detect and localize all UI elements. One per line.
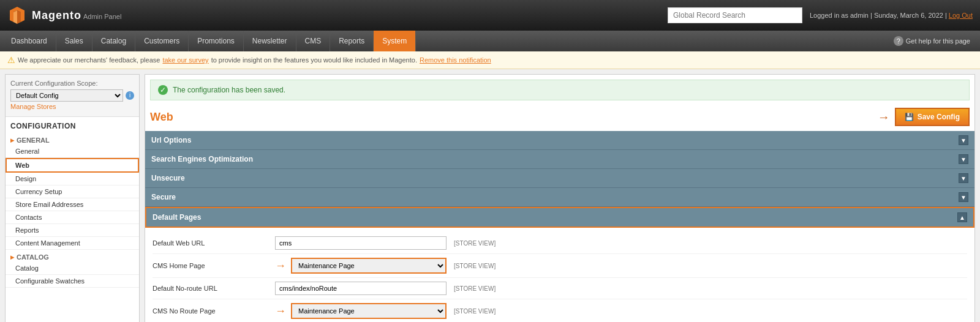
logout-link[interactable]: Log Out xyxy=(949,12,973,19)
cms-home-arrow-icon: → xyxy=(275,260,286,272)
magento-logo-icon xyxy=(7,6,27,25)
remove-notification-link[interactable]: Remove this notification xyxy=(420,56,491,64)
sidebar-item-design[interactable]: Design xyxy=(6,173,139,185)
nav-bar: Dashboard Sales Catalog Customers Promot… xyxy=(0,31,980,51)
cms-no-route-arrow-icon: → xyxy=(275,305,286,318)
default-pages-content: Default Web URL [STORE VIEW] CMS Home Pa… xyxy=(145,228,974,322)
section-default-pages-label: Default Pages xyxy=(153,213,201,222)
section-seo-label: Search Engines Optimization xyxy=(151,155,253,163)
help-page-link[interactable]: ? Get help for this page xyxy=(886,31,978,51)
section-secure-label: Secure xyxy=(151,193,176,201)
svg-marker-2 xyxy=(13,10,17,24)
sidebar: Current Configuration Scope: Default Con… xyxy=(5,74,140,322)
form-label-cms-home-page: CMS Home Page xyxy=(153,262,275,269)
survey-link[interactable]: take our survey xyxy=(162,56,208,64)
form-field-cms-no-route: → Maintenance Page Home page 404 Not Fou… xyxy=(275,303,447,319)
sidebar-item-reports[interactable]: Reports xyxy=(6,224,139,237)
section-default-pages-toggle[interactable]: ▲ xyxy=(957,212,967,222)
sidebar-group-general[interactable]: ▶ GENERAL xyxy=(6,133,139,145)
store-view-badge-1: [STORE VIEW] xyxy=(454,263,496,269)
nav-item-customers[interactable]: Customers xyxy=(135,31,189,51)
section-seo[interactable]: Search Engines Optimization ▼ xyxy=(145,150,974,169)
success-message-text: The configuration has been saved. xyxy=(173,86,285,94)
main-content: ✓ The configuration has been saved. Web … xyxy=(145,74,975,322)
svg-marker-1 xyxy=(17,10,21,24)
notification-text-before: We appreciate our merchants' feedback, p… xyxy=(18,56,160,64)
nav-item-cms[interactable]: CMS xyxy=(296,31,331,51)
section-unsecure-toggle[interactable]: ▼ xyxy=(959,173,968,183)
main-layout: Current Configuration Scope: Default Con… xyxy=(0,69,980,322)
form-row-cms-home-page: CMS Home Page → Maintenance Page Home pa… xyxy=(153,254,967,278)
sidebar-item-content-mgmt[interactable]: Content Management xyxy=(6,237,139,250)
save-config-icon: 💾 xyxy=(905,113,914,121)
logo-tagline: Admin Panel xyxy=(83,13,121,20)
nav-item-promotions[interactable]: Promotions xyxy=(189,31,244,51)
form-label-no-route-url: Default No-route URL xyxy=(153,285,275,292)
section-url-options[interactable]: Url Options ▼ xyxy=(145,131,974,150)
form-label-default-web-url: Default Web URL xyxy=(153,239,275,247)
group-triangle-general: ▶ xyxy=(10,138,14,143)
logo-brand: Magento xyxy=(32,9,81,22)
nav-item-dashboard[interactable]: Dashboard xyxy=(2,31,56,51)
nav-item-system[interactable]: System xyxy=(374,31,416,51)
store-view-badge-3: [STORE VIEW] xyxy=(454,308,496,315)
success-message-bar: ✓ The configuration has been saved. xyxy=(150,80,970,100)
success-icon: ✓ xyxy=(158,85,168,95)
scope-select-row: Default Config i xyxy=(10,89,134,102)
cms-home-page-select[interactable]: Maintenance Page Home page 404 Not Found xyxy=(291,258,447,274)
sidebar-item-web[interactable]: Web xyxy=(6,158,139,173)
nav-item-newsletter[interactable]: Newsletter xyxy=(244,31,296,51)
cms-no-route-page-select[interactable]: Maintenance Page Home page 404 Not Found xyxy=(291,303,447,319)
no-route-url-input[interactable] xyxy=(275,282,447,295)
form-row-default-web-url: Default Web URL [STORE VIEW] xyxy=(153,233,967,254)
save-arrow-icon: → xyxy=(878,110,890,124)
sidebar-item-general[interactable]: General xyxy=(6,145,139,158)
page-title-row: Web → 💾 Save Config xyxy=(145,105,974,131)
section-url-options-label: Url Options xyxy=(151,136,191,144)
group-triangle-catalog: ▶ xyxy=(10,255,14,260)
section-url-options-toggle[interactable]: ▼ xyxy=(959,135,968,145)
save-config-label: Save Config xyxy=(918,113,960,121)
header: Magento Admin Panel Logged in as admin |… xyxy=(0,0,980,31)
sidebar-item-store-email[interactable]: Store Email Addresses xyxy=(6,198,139,211)
group-label-general: GENERAL xyxy=(17,137,50,144)
section-seo-toggle[interactable]: ▼ xyxy=(959,154,968,164)
sidebar-group-catalog[interactable]: ▶ CATALOG xyxy=(6,250,139,262)
store-view-badge-0: [STORE VIEW] xyxy=(454,240,496,247)
header-right: Logged in as admin | Sunday, March 6, 20… xyxy=(668,7,973,23)
scope-label: Current Configuration Scope: xyxy=(10,80,134,87)
section-default-pages[interactable]: Default Pages ▲ xyxy=(145,207,974,228)
logo-area: Magento Admin Panel xyxy=(7,6,121,25)
form-field-cms-home: → Maintenance Page Home page 404 Not Fou… xyxy=(275,258,447,274)
form-row-cms-no-route: CMS No Route Page → Maintenance Page Hom… xyxy=(153,299,967,322)
section-unsecure[interactable]: Unsecure ▼ xyxy=(145,169,974,188)
default-web-url-input[interactable] xyxy=(275,236,447,250)
scope-section: Current Configuration Scope: Default Con… xyxy=(6,75,139,117)
scope-info-icon[interactable]: i xyxy=(126,91,134,100)
sidebar-item-catalog[interactable]: Catalog xyxy=(6,262,139,275)
manage-stores-link[interactable]: Manage Stores xyxy=(10,102,134,111)
nav-item-catalog[interactable]: Catalog xyxy=(92,31,135,51)
sidebar-section-title: Configuration xyxy=(6,117,139,133)
section-unsecure-label: Unsecure xyxy=(151,174,185,182)
sidebar-item-contacts[interactable]: Contacts xyxy=(6,211,139,224)
sidebar-item-configurable-swatches[interactable]: Configurable Swatches xyxy=(6,275,139,288)
nav-item-sales[interactable]: Sales xyxy=(56,31,92,51)
warning-icon: ⚠ xyxy=(7,55,15,65)
store-view-badge-2: [STORE VIEW] xyxy=(454,285,496,292)
sidebar-item-currency-setup[interactable]: Currency Setup xyxy=(6,185,139,198)
form-field-default-web-url xyxy=(275,236,447,250)
page-title: Web xyxy=(150,111,173,124)
save-config-button[interactable]: 💾 Save Config xyxy=(895,108,970,126)
form-row-no-route-url: Default No-route URL [STORE VIEW] xyxy=(153,278,967,299)
notification-text-middle: to provide insight on the features you w… xyxy=(211,56,417,64)
global-search-input[interactable] xyxy=(668,7,802,23)
nav-item-reports[interactable]: Reports xyxy=(330,31,374,51)
help-icon: ? xyxy=(894,36,903,46)
logged-in-info: Logged in as admin | Sunday, March 6, 20… xyxy=(810,12,973,19)
section-secure[interactable]: Secure ▼ xyxy=(145,188,974,207)
form-label-cms-no-route: CMS No Route Page xyxy=(153,307,275,315)
section-secure-toggle[interactable]: ▼ xyxy=(959,192,968,202)
scope-select[interactable]: Default Config xyxy=(10,89,123,102)
form-field-no-route-url xyxy=(275,282,447,295)
